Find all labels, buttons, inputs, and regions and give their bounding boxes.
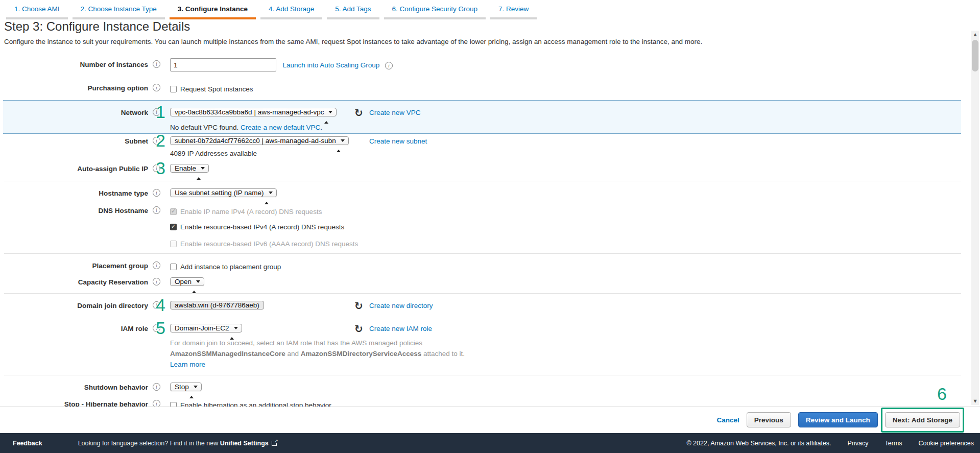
iam-role-help-line2: AmazonSSMManagedInstanceCore and AmazonS…: [170, 350, 465, 357]
feedback-button[interactable]: Feedback: [13, 440, 42, 447]
enable-ip-name-ipv4-label: Enable IP name IPv4 (A record) DNS reque…: [180, 208, 322, 216]
row-hostname-type: Hostname type i Use subnet setting (IP n…: [0, 187, 965, 200]
hostname-type-label: Hostname type: [0, 189, 148, 197]
stop-hibernate-behavior-label: Stop - Hibernate behavior: [0, 400, 148, 407]
enable-resource-based-ipv6-label: Enable resource-based IPv6 (AAAA record)…: [180, 240, 358, 248]
select-arrows-icon: [197, 168, 205, 173]
refresh-icon[interactable]: ↻: [354, 300, 363, 312]
tab-configure-instance[interactable]: 3. Configure Instance: [170, 5, 256, 19]
shutdown-behavior-label: Shutdown behavior: [0, 384, 148, 391]
next-add-storage-button[interactable]: Next: Add Storage: [885, 412, 960, 427]
ip-addresses-available-note: 4089 IP Addresses available: [170, 150, 257, 157]
section-divider: [4, 375, 961, 375]
domain-join-directory-select[interactable]: awslab.win (d-9767786aeb): [170, 301, 264, 309]
number-of-instances-input[interactable]: [170, 58, 276, 71]
privacy-link[interactable]: Privacy: [848, 440, 869, 447]
tab-configure-security-group[interactable]: 6. Configure Security Group: [384, 5, 486, 19]
iam-role-help-line1: For domain join to succeed, select an IA…: [170, 339, 422, 347]
dns-hostname-label: DNS Hostname: [0, 207, 148, 214]
create-new-directory-link[interactable]: Create new directory: [369, 302, 433, 309]
enable-ip-name-ipv4-checkbox: [170, 208, 177, 215]
auto-assign-public-ip-select[interactable]: Enable: [170, 164, 209, 173]
purchasing-option-label: Purchasing option: [0, 84, 148, 92]
wizard-step-tabs: 1. Choose AMI 2. Choose Instance Type 3.…: [0, 0, 980, 19]
annotation-5: 5: [156, 318, 165, 338]
request-spot-instances-label: Request Spot instances: [180, 85, 253, 93]
page-title: Step 3: Configure Instance Details: [4, 19, 190, 34]
info-icon[interactable]: i: [385, 62, 393, 69]
select-arrows-icon: [230, 327, 238, 332]
select-arrows-icon: [189, 386, 198, 391]
capacity-reservation-select[interactable]: Open: [170, 277, 204, 286]
capacity-reservation-label: Capacity Reservation: [0, 278, 148, 286]
create-new-subnet-link[interactable]: Create new subnet: [369, 137, 427, 145]
scrollbar-up-arrow-icon[interactable]: ▲: [971, 31, 979, 38]
select-arrows-icon: [265, 192, 273, 197]
language-selection-note: Looking for language selection? Find it …: [78, 440, 277, 447]
iam-role-label: IAM role: [0, 325, 148, 332]
enable-resource-based-ipv4-checkbox[interactable]: [170, 224, 177, 230]
external-link-icon: [272, 441, 277, 446]
scrollbar-thumb[interactable]: [972, 40, 978, 71]
unified-settings-link[interactable]: Unified Settings: [220, 440, 269, 447]
select-arrows-icon: [192, 281, 200, 286]
placement-group-checkbox[interactable]: [170, 264, 177, 270]
enable-hibernation-label: Enable hibernation as an additional stop…: [180, 401, 331, 407]
row-dns-resource-ipv6: Enable resource-based IPv6 (AAAA record)…: [0, 236, 965, 250]
review-and-launch-button[interactable]: Review and Launch: [798, 412, 878, 427]
row-subnet: Subnet i 2 subnet-0b72da4cf77662cc0 | aw…: [0, 135, 965, 148]
row-dns-resource-ipv4: Enable resource-based IPv4 (A record) DN…: [0, 220, 965, 233]
annotation-3: 3: [156, 158, 165, 178]
learn-more-link[interactable]: Learn more: [170, 361, 205, 368]
launch-into-auto-scaling-group-link[interactable]: Launch into Auto Scaling Group: [282, 61, 379, 69]
annotation-6: 6: [937, 384, 947, 404]
create-new-vpc-link[interactable]: Create new VPC: [369, 109, 421, 116]
hostname-type-select[interactable]: Use subnet setting (IP name): [170, 188, 277, 197]
tab-choose-instance-type[interactable]: 2. Choose Instance Type: [73, 5, 165, 19]
subnet-select[interactable]: subnet-0b72da4cf77662cc0 | aws-managed-a…: [170, 136, 349, 145]
tab-add-storage[interactable]: 4. Add Storage: [260, 5, 322, 19]
number-of-instances-label: Number of instances: [0, 61, 148, 68]
placement-group-label: Placement group: [0, 262, 148, 270]
info-icon[interactable]: i: [153, 400, 160, 407]
row-shutdown-behavior: Shutdown behavior i Stop: [0, 381, 965, 394]
select-arrows-icon: [324, 111, 332, 116]
info-icon[interactable]: i: [153, 84, 160, 91]
network-select[interactable]: vpc-0ac8b6334ca9bba6d | aws-managed-ad-v…: [170, 108, 337, 116]
row-stop-hibernate-behavior: Stop - Hibernate behavior i Enable hiber…: [0, 398, 965, 407]
create-new-iam-role-link[interactable]: Create new IAM role: [369, 325, 432, 332]
row-dns-hostname: DNS Hostname i Enable IP name IPv4 (A re…: [0, 204, 965, 218]
copyright-text: © 2022, Amazon Web Services, Inc. or its…: [686, 440, 831, 447]
create-default-vpc-link[interactable]: Create a new default VPC: [241, 124, 320, 131]
page-description: Configure the instance to suit your requ…: [4, 38, 702, 45]
vertical-scrollbar[interactable]: ▲ ▼: [971, 31, 979, 405]
info-icon[interactable]: i: [153, 383, 160, 391]
tab-choose-ami[interactable]: 1. Choose AMI: [6, 5, 68, 19]
network-label: Network: [0, 109, 148, 116]
terms-link[interactable]: Terms: [885, 440, 902, 447]
tab-add-tags[interactable]: 5. Add Tags: [327, 5, 379, 19]
info-icon[interactable]: i: [153, 261, 160, 269]
info-icon[interactable]: i: [153, 206, 160, 214]
wizard-action-bar: Cancel Previous Review and Launch 6 Next…: [0, 407, 980, 433]
previous-button[interactable]: Previous: [747, 412, 791, 427]
refresh-icon[interactable]: ↻: [354, 107, 363, 119]
cancel-link[interactable]: Cancel: [716, 416, 739, 424]
info-icon[interactable]: i: [153, 60, 160, 68]
info-icon[interactable]: i: [153, 189, 160, 197]
enable-hibernation-checkbox[interactable]: [170, 402, 177, 407]
refresh-icon[interactable]: ↻: [354, 323, 363, 335]
row-network: Network i 1 vpc-0ac8b6334ca9bba6d | aws-…: [0, 106, 965, 120]
annotation-1: 1: [156, 102, 165, 122]
tab-review[interactable]: 7. Review: [490, 5, 537, 19]
domain-join-directory-label: Domain join directory: [0, 302, 148, 309]
iam-role-select[interactable]: Domain-Join-EC2: [170, 324, 242, 332]
info-icon[interactable]: i: [153, 278, 160, 285]
console-footer: Feedback Looking for language selection?…: [0, 433, 980, 453]
cookie-preferences-link[interactable]: Cookie preferences: [919, 440, 974, 447]
shutdown-behavior-select[interactable]: Stop: [170, 383, 202, 391]
request-spot-instances-checkbox[interactable]: [170, 86, 177, 92]
section-divider: [4, 293, 961, 294]
scrollbar-down-arrow-icon[interactable]: ▼: [971, 397, 979, 405]
row-auto-assign-public-ip: Auto-assign Public IP i 3 Enable: [0, 162, 965, 176]
